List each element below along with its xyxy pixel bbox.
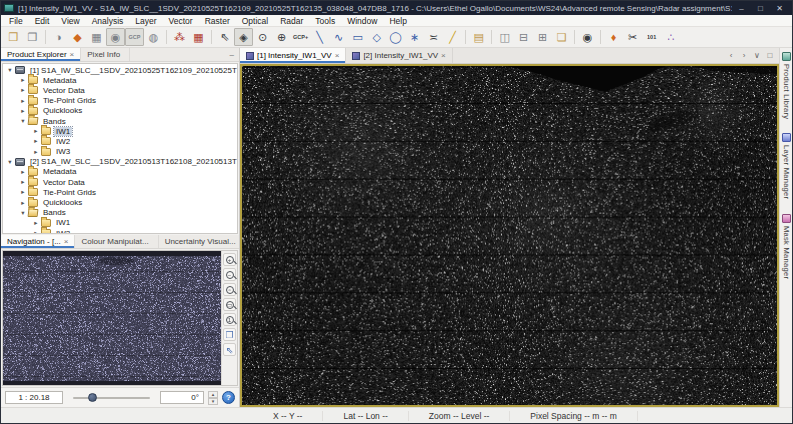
menu-item[interactable]: File [3, 16, 29, 26]
close-tab-icon[interactable]: × [335, 51, 340, 60]
line-tool-button[interactable]: ╲ [310, 28, 329, 46]
zoom-pixel-button[interactable] [223, 313, 236, 326]
menu-item[interactable]: Optical [236, 16, 274, 26]
gcp-insert-button[interactable]: GCP+ [291, 28, 310, 46]
scroll-tabs-right-button[interactable]: › [738, 51, 750, 60]
close-tab-icon[interactable]: × [441, 51, 446, 60]
profile-plot-button[interactable]: ✂ [623, 28, 642, 46]
tree-item[interactable]: Metadata [3, 75, 237, 85]
expand-icon[interactable] [6, 66, 14, 74]
tab-list-button[interactable]: ∨ [751, 51, 763, 60]
expand-icon[interactable] [19, 168, 27, 176]
tree-item[interactable]: Vector Data [3, 177, 237, 187]
panel-tab[interactable]: Pixel Info [81, 48, 130, 61]
close-tab-icon[interactable]: × [70, 50, 75, 59]
range-finder-button[interactable]: ≍ [424, 28, 443, 46]
tree-item[interactable]: Quicklooks [3, 197, 237, 207]
expand-icon[interactable] [19, 178, 27, 186]
mask-eye-button[interactable]: ◑ [49, 28, 68, 46]
tree-item[interactable]: Tie-Point Grids [3, 96, 237, 106]
spinner-down-icon[interactable]: ▾ [208, 398, 218, 405]
scroll-tabs-left-button[interactable]: ‹ [725, 51, 737, 60]
panel-tab[interactable]: Uncertainty Visual... [159, 235, 246, 248]
zoom-selection-button[interactable] [223, 283, 236, 296]
zoom-scale-field[interactable]: 1 : 20.18 [5, 391, 63, 404]
zoom-slider[interactable] [73, 397, 150, 399]
gcp-manager-button[interactable]: GCP [125, 28, 144, 46]
document-tab[interactable]: [1] Intensity_IW1_VV × [240, 48, 346, 63]
close-window-button[interactable]: ✕ [770, 2, 789, 15]
copy-view-button[interactable]: ❐ [23, 28, 42, 46]
zoom-out-button[interactable] [223, 268, 236, 281]
tree-item[interactable]: Vector Data [3, 85, 237, 95]
tile-grid-button[interactable]: ⊞ [533, 28, 552, 46]
tile-vertically-button[interactable]: ◫ [495, 28, 514, 46]
zoom-slider-handle[interactable] [88, 393, 97, 402]
tree-item[interactable]: IW1 [3, 218, 237, 228]
pan-tool-button[interactable]: ◈ [234, 28, 253, 46]
tree-item[interactable]: IW2 [3, 228, 237, 234]
expand-icon[interactable] [32, 219, 40, 227]
dock-tab[interactable]: Mask Manager [782, 214, 791, 279]
expand-icon[interactable] [32, 229, 40, 234]
open-product-button[interactable]: ❒ [4, 28, 23, 46]
expand-icon[interactable] [19, 86, 27, 94]
menu-item[interactable]: Radar [274, 16, 309, 26]
maximize-view-button[interactable]: □ [764, 51, 776, 60]
rectangle-tool-button[interactable]: ▭ [348, 28, 367, 46]
spinner-up-icon[interactable]: ▴ [208, 391, 218, 398]
sync-views-button[interactable] [223, 328, 236, 341]
close-tab-icon[interactable]: × [64, 237, 69, 246]
tree-item[interactable]: [2] S1A_IW_SLC__1SDV_20210513T162108_202… [3, 157, 237, 167]
expand-icon[interactable] [32, 148, 40, 156]
navigation-thumbnail[interactable] [3, 251, 221, 385]
maximize-window-button[interactable]: □ [751, 2, 770, 15]
menu-item[interactable]: View [55, 16, 85, 26]
panel-tab[interactable]: Navigation - [... × [1, 235, 75, 248]
rotation-field[interactable]: 0° [160, 391, 204, 404]
tree-item[interactable]: IW1 [3, 126, 237, 136]
expand-icon[interactable] [19, 209, 27, 217]
tree-item[interactable]: Bands [3, 116, 237, 126]
menu-item[interactable]: Vector [163, 16, 199, 26]
document-tab[interactable]: [2] Intensity_IW1_VV × [346, 48, 452, 63]
magic-wand-button[interactable]: ∗ [405, 28, 424, 46]
tree-item[interactable]: IW2 [3, 136, 237, 146]
expand-icon[interactable] [32, 127, 40, 135]
menu-item[interactable]: Analysis [86, 16, 130, 26]
pencil-button[interactable]: ╱ [443, 28, 462, 46]
colour-palette-button[interactable]: ♦ [604, 28, 623, 46]
menu-item[interactable]: Raster [199, 16, 236, 26]
graph-builder-button[interactable]: ⁂ [170, 28, 189, 46]
zoom-all-button[interactable] [223, 298, 236, 311]
information-button[interactable]: 101 [642, 28, 661, 46]
expand-icon[interactable] [19, 188, 27, 196]
menu-item[interactable]: Help [383, 16, 412, 26]
grid-button[interactable]: ▦ [87, 28, 106, 46]
panel-tab[interactable]: Product Explorer × [1, 48, 81, 61]
menu-item[interactable]: Edit [29, 16, 56, 26]
polygon-tool-button[interactable]: ◇ [367, 28, 386, 46]
dock-tab[interactable]: Product Library [782, 52, 791, 119]
help-button[interactable]: ? [222, 391, 235, 404]
crayon-button[interactable]: ◆ [68, 28, 87, 46]
scatter-plot-button[interactable]: ∴ [661, 28, 680, 46]
minimize-panel-button[interactable]: – [225, 48, 239, 61]
ellipse-tool-button[interactable]: ◯ [386, 28, 405, 46]
rotation-spinner[interactable]: ▴ ▾ [208, 391, 218, 405]
menu-item[interactable]: Tools [309, 16, 341, 26]
tree-item[interactable]: Quicklooks [3, 106, 237, 116]
tile-horizontally-button[interactable]: ⊟ [514, 28, 533, 46]
menu-item[interactable]: Layer [129, 16, 162, 26]
panel-tab[interactable]: Colour Manipulat... [75, 235, 158, 248]
zoom-in-tool-button[interactable]: ⊕ [272, 28, 291, 46]
expand-icon[interactable] [32, 137, 40, 145]
expand-icon[interactable] [19, 199, 27, 207]
expand-icon[interactable] [6, 158, 14, 166]
dock-tab[interactable]: Layer Manager [782, 133, 791, 199]
select-tool-button[interactable]: ⇖ [215, 28, 234, 46]
sar-image-canvas[interactable] [242, 66, 777, 405]
pin-manager-button[interactable]: ◉ [106, 28, 125, 46]
tree-item[interactable]: Tie-Point Grids [3, 187, 237, 197]
expand-icon[interactable] [19, 117, 27, 125]
